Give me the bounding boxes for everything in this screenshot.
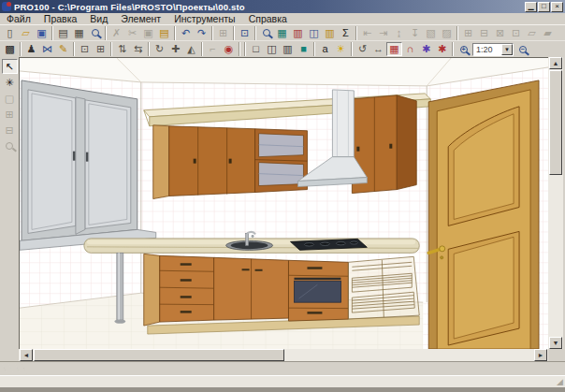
zoom-tool[interactable]	[2, 138, 18, 153]
close-button[interactable]: ×	[551, 2, 563, 12]
mirror-button[interactable]: ◭	[183, 42, 199, 56]
view-lines-button[interactable]: ▥	[280, 42, 296, 56]
distribute-v-button[interactable]: ▨	[439, 26, 455, 40]
fit-height-button[interactable]: ⇥	[375, 26, 391, 40]
redo-button[interactable]: ↷	[194, 26, 210, 40]
web-button[interactable]: ◉	[221, 42, 237, 56]
project-info-button[interactable]: ▤	[55, 26, 71, 40]
title-bar[interactable]: PRO100 - C:\Program Files\PROSTO\Проекты…	[0, 0, 565, 13]
horizontal-scroll-thumb[interactable]	[34, 349, 284, 361]
find-button[interactable]	[258, 26, 274, 40]
move-mode-button[interactable]: ⋈	[39, 42, 55, 56]
maximize-button[interactable]: □	[538, 2, 550, 12]
group-button[interactable]: ⊡	[77, 42, 93, 56]
zoom-out-button[interactable]: −	[514, 42, 530, 56]
move-button[interactable]: ✚	[167, 42, 183, 56]
align-bottom-button[interactable]: ↧	[407, 26, 423, 40]
magnifier-icon	[263, 29, 270, 36]
separator	[233, 26, 235, 40]
text-labels-button[interactable]: a	[317, 42, 333, 56]
ungroup-button[interactable]: ⊞	[93, 42, 109, 56]
menu-view[interactable]: Вид	[83, 13, 114, 24]
zoom-level-select[interactable]: 1:20 ▼	[472, 43, 514, 56]
shape-tool[interactable]: ▢	[2, 91, 18, 106]
center-v-button[interactable]: ⊡	[508, 26, 524, 40]
magnet-snap-button[interactable]: ∩	[402, 42, 418, 56]
measure-tool[interactable]: ✳	[2, 75, 18, 90]
dimensions-button[interactable]: ↔	[370, 42, 386, 56]
window-handle	[73, 152, 75, 161]
accessories-button[interactable]: ▥	[322, 26, 338, 40]
paste-button[interactable]: ▤	[156, 26, 172, 40]
resize-grip[interactable]: ◢	[557, 378, 563, 386]
space-h-button[interactable]: ▱	[524, 26, 540, 40]
element-properties-button[interactable]: ⊞	[215, 26, 231, 40]
view-hidden-lines-button[interactable]: ◫	[264, 42, 280, 56]
snap-objects-button[interactable]: ✱	[434, 42, 450, 56]
copy-button[interactable]: ▣	[140, 26, 156, 40]
angle-button[interactable]: ⌐	[205, 42, 221, 56]
report-button[interactable]: ▦	[274, 26, 290, 40]
space-v-button[interactable]: ▰	[540, 26, 556, 40]
select-area-button[interactable]: ▩	[2, 42, 18, 56]
open-button[interactable]: ▱	[18, 26, 34, 40]
scroll-down-button[interactable]: ▼	[549, 337, 562, 349]
cut-button[interactable]: ✂	[124, 26, 140, 40]
align-left-button[interactable]: ⊞	[460, 26, 476, 40]
scroll-right-button[interactable]: ►	[534, 349, 547, 361]
insert-element-button[interactable]: ♟	[23, 42, 39, 56]
display-settings-button[interactable]: ⊡	[237, 26, 253, 40]
distribute-h-button[interactable]: ▧	[423, 26, 439, 40]
draw-button[interactable]: ✎	[55, 42, 71, 56]
align-right-button[interactable]: ⊟	[476, 26, 492, 40]
vertical-scrollbar[interactable]: ▲ ▼	[548, 57, 563, 349]
menu-edit[interactable]: Правка	[37, 13, 83, 24]
light-button[interactable]: ☀	[333, 42, 349, 56]
zoom-in-button[interactable]: +	[456, 42, 471, 56]
wire-basket-unit[interactable]	[348, 256, 419, 319]
app-window: PRO100 - C:\Program Files\PROSTO\Проекты…	[0, 0, 565, 392]
window[interactable]	[20, 80, 156, 250]
rotate-button[interactable]: ↻	[152, 42, 167, 56]
align-top-button[interactable]: ↨	[391, 26, 407, 40]
vertical-scroll-thumb[interactable]	[549, 70, 562, 175]
new-button[interactable]: ▯	[2, 26, 18, 40]
scroll-left-button[interactable]: ◄	[20, 349, 33, 361]
wall-cabinets[interactable]	[153, 125, 255, 199]
remove-box-tool[interactable]: ⊟	[2, 123, 18, 138]
drawer-cabinet[interactable]	[144, 254, 214, 326]
tile-grid-button[interactable]: ▦	[386, 42, 402, 56]
price-list-button[interactable]: ▥	[290, 26, 306, 40]
fit-width-button[interactable]: ⇤	[359, 26, 375, 40]
sum-button[interactable]: Σ	[338, 26, 354, 40]
insert-box-tool[interactable]: ⊞	[2, 107, 18, 122]
combo-dropdown-button[interactable]: ▼	[501, 44, 513, 55]
menu-file[interactable]: Файл	[0, 13, 37, 24]
center-h-button[interactable]: ⊠	[492, 26, 508, 40]
menu-help[interactable]: Справка	[242, 13, 294, 24]
view-solid-button[interactable]: ■	[296, 42, 311, 56]
print-preview-button[interactable]	[87, 26, 103, 40]
orbit-button[interactable]: ↺	[355, 42, 370, 56]
materials-button[interactable]: ◫	[306, 26, 322, 40]
undo-button[interactable]: ↶	[178, 26, 194, 40]
magnifier-icon	[6, 142, 13, 150]
entry-door[interactable]	[428, 80, 539, 349]
scroll-up-button[interactable]: ▲	[549, 57, 562, 69]
delete-button[interactable]: ✗	[109, 26, 124, 40]
design-viewport[interactable]	[19, 57, 548, 349]
flip-vertical-button[interactable]: ⇅	[114, 42, 130, 56]
flip-horizontal-button[interactable]: ⇆	[130, 42, 146, 56]
menu-element[interactable]: Элемент	[114, 13, 167, 24]
standard-toolbar: ▯ ▱ ▣ ▤ ▦ ✗ ✂ ▣ ▤ ↶ ↷ ⊞ ⊡ ▦ ▥ ◫ ▥ Σ ⇤ ⇥ …	[0, 24, 565, 40]
print-button[interactable]: ▦	[71, 26, 87, 40]
menu-tools[interactable]: Инструменты	[167, 13, 241, 24]
save-button[interactable]: ▣	[34, 26, 50, 40]
snap-grid-button[interactable]: ✱	[418, 42, 434, 56]
view-wireframe-button[interactable]: □	[248, 42, 264, 56]
separator	[254, 26, 256, 40]
minimize-button[interactable]: ▁	[525, 2, 537, 12]
horizontal-scrollbar[interactable]: ◄ ►	[19, 349, 548, 361]
pointer-tool[interactable]: ↖	[2, 59, 18, 74]
oven-cabinet[interactable]	[288, 260, 348, 321]
